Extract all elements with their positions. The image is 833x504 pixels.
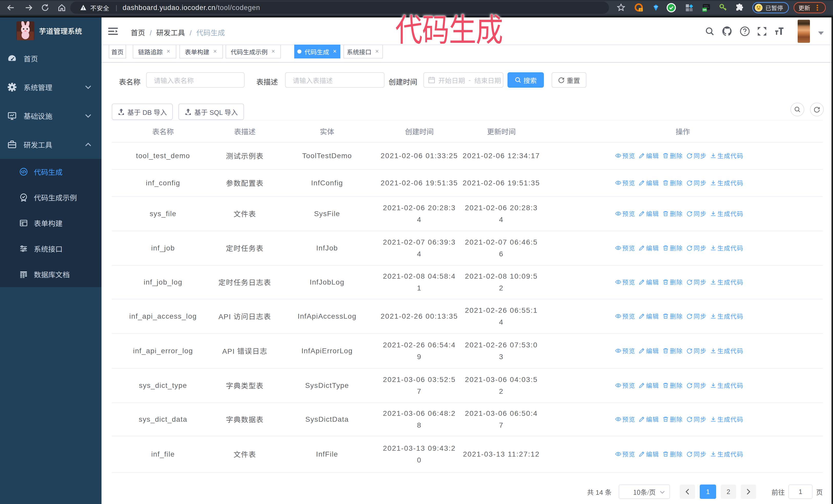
svg-text:on: on	[703, 8, 707, 11]
svg-text:1: 1	[640, 8, 642, 12]
